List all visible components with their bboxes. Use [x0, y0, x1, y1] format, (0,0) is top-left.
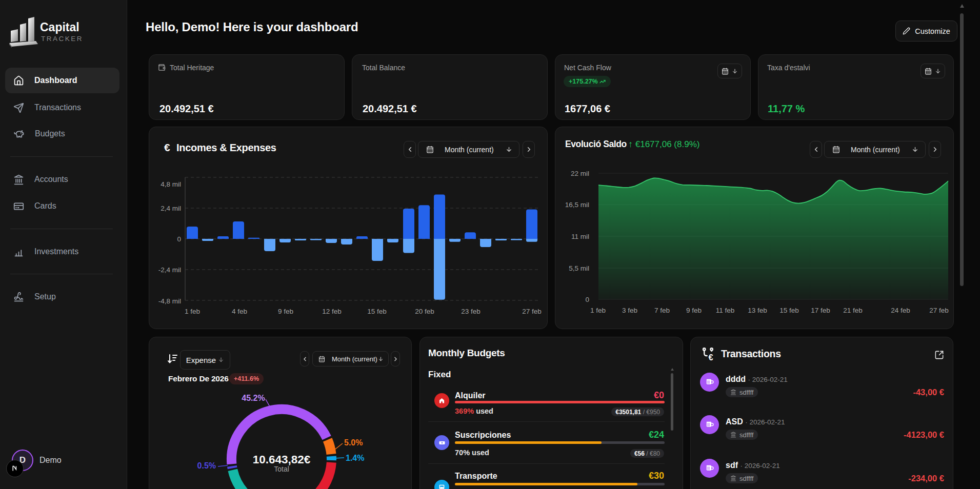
svg-text:11 feb: 11 feb [716, 307, 735, 314]
svg-text:1.4%: 1.4% [346, 454, 364, 462]
svg-text:5,5 mil: 5,5 mil [569, 264, 589, 272]
svg-text:22 mil: 22 mil [571, 170, 589, 177]
svg-text:16,5 mil: 16,5 mil [565, 201, 589, 209]
svg-text:45.2%: 45.2% [242, 394, 265, 402]
svg-text:Total: Total [274, 465, 289, 473]
svg-text:-2,4 mil: -2,4 mil [158, 266, 181, 274]
svg-text:-4,8 mil: -4,8 mil [158, 297, 181, 305]
svg-text:0: 0 [585, 296, 589, 303]
svg-text:7 feb: 7 feb [654, 307, 670, 314]
svg-text:3 feb: 3 feb [622, 307, 637, 314]
svg-text:11 mil: 11 mil [571, 233, 589, 240]
svg-text:5.0%: 5.0% [344, 438, 363, 447]
svg-text:10.643,82€: 10.643,82€ [253, 453, 311, 466]
svg-text:12 feb: 12 feb [322, 308, 342, 315]
svg-text:0.5%: 0.5% [197, 461, 216, 470]
svg-text:9 feb: 9 feb [686, 307, 702, 314]
svg-text:17 feb: 17 feb [811, 307, 830, 314]
svg-text:4,8 mil: 4,8 mil [161, 180, 181, 188]
svg-text:15 feb: 15 feb [779, 307, 799, 314]
svg-text:15 feb: 15 feb [367, 308, 387, 315]
svg-text:27 feb: 27 feb [522, 308, 542, 315]
svg-text:4 feb: 4 feb [232, 308, 247, 315]
svg-text:23 feb: 23 feb [461, 308, 481, 315]
svg-text:0: 0 [177, 235, 181, 243]
svg-text:24 feb: 24 feb [891, 307, 910, 314]
svg-text:€: € [708, 353, 713, 361]
svg-text:1 feb: 1 feb [590, 307, 606, 314]
svg-text:27 feb: 27 feb [929, 307, 949, 314]
svg-text:20 feb: 20 feb [415, 308, 434, 315]
svg-text:13 feb: 13 feb [748, 307, 767, 314]
svg-text:21 feb: 21 feb [843, 307, 863, 314]
svg-text:1 feb: 1 feb [185, 308, 200, 315]
svg-text:9 feb: 9 feb [278, 308, 293, 315]
svg-text:2,4 mil: 2,4 mil [161, 205, 181, 212]
